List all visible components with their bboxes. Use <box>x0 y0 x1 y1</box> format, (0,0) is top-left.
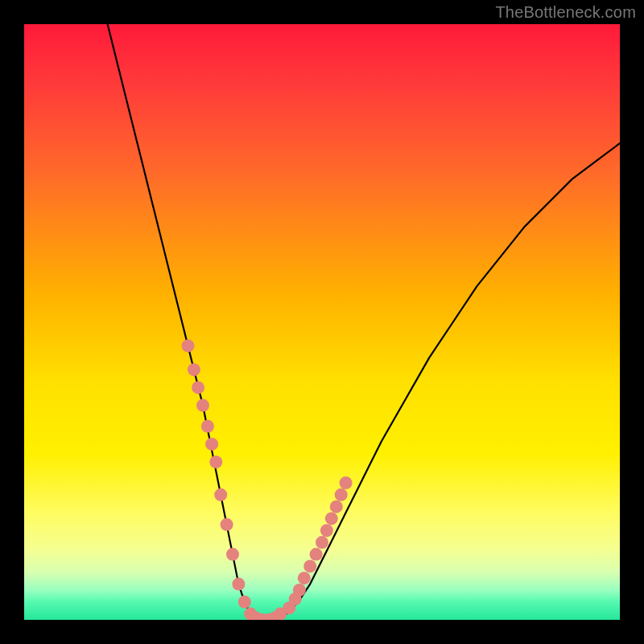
chart-svg <box>24 24 620 620</box>
highlight-point <box>201 420 214 433</box>
highlight-point <box>310 548 323 561</box>
watermark-text: TheBottleneck.com <box>495 3 636 22</box>
highlight-point <box>298 572 311 584</box>
highlight-point <box>340 477 353 489</box>
highlight-point <box>293 584 306 597</box>
highlight-point <box>226 548 239 561</box>
highlight-point <box>232 578 245 591</box>
highlight-point <box>330 500 343 513</box>
highlight-point <box>205 438 218 451</box>
highlight-point <box>238 596 251 609</box>
bottleneck-curve <box>108 24 620 620</box>
plot-area <box>24 24 620 620</box>
chart-frame: TheBottleneck.com <box>0 0 644 644</box>
highlight-point <box>182 340 195 353</box>
highlight-point <box>320 524 333 537</box>
highlight-point <box>196 399 209 412</box>
highlight-point <box>325 512 338 525</box>
highlight-point <box>303 559 316 572</box>
highlight-point <box>335 489 348 502</box>
highlight-point <box>221 518 233 531</box>
highlight-point <box>316 536 328 549</box>
highlight-point <box>188 363 200 376</box>
highlight-point <box>192 381 204 394</box>
highlight-point <box>214 489 227 502</box>
highlight-point <box>209 456 222 469</box>
